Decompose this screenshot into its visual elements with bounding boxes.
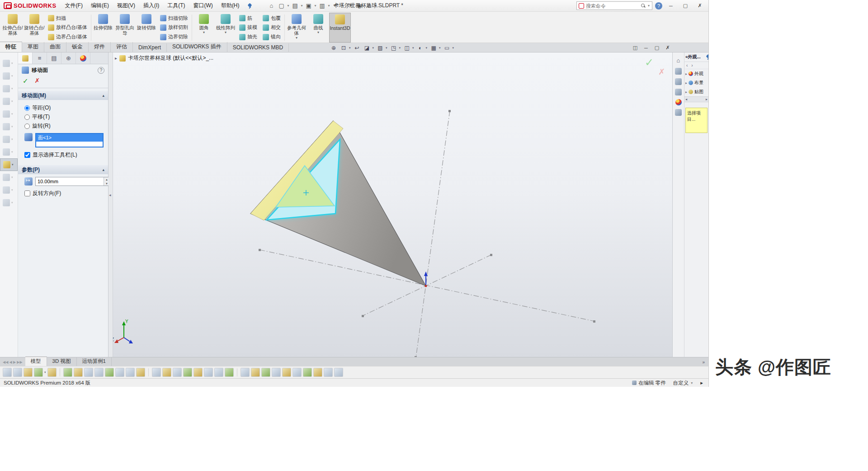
radio-translate-input[interactable] bbox=[24, 114, 30, 120]
chevron-down-icon[interactable]: ▾ bbox=[301, 4, 303, 8]
chevron-down-icon[interactable]: ▾ bbox=[203, 30, 205, 34]
menu-file[interactable]: 文件(F) bbox=[61, 0, 87, 11]
expand-icon[interactable]: ▸ bbox=[685, 72, 687, 76]
flyout-tool-icon[interactable]: ▾ bbox=[0, 184, 18, 196]
sketch-tool-icon[interactable] bbox=[183, 368, 192, 377]
tab-featuremanager[interactable]: ≡ bbox=[33, 52, 47, 64]
sweep-button[interactable]: 扫描 bbox=[48, 15, 87, 22]
reference-geometry-button[interactable]: 参考几何体 ▾ bbox=[286, 13, 307, 43]
flyout-tool-icon[interactable]: ▾ bbox=[0, 120, 18, 133]
flyout-tool-icon[interactable]: ▾ bbox=[0, 70, 18, 82]
ok-button[interactable]: ✓ bbox=[23, 77, 28, 85]
sketch-tool-icon[interactable] bbox=[115, 368, 124, 377]
chevron-down-icon[interactable]: ▾ bbox=[44, 371, 46, 374]
view-palette-icon[interactable] bbox=[675, 89, 682, 95]
sketch-tool-icon[interactable] bbox=[324, 368, 333, 377]
panel-splitter[interactable]: ◂ bbox=[108, 52, 113, 357]
zoom-area-icon[interactable]: ⊡ bbox=[339, 44, 348, 52]
tab-scroll-buttons[interactable]: ◀◀ ◀ ▶ ▶▶ bbox=[2, 360, 25, 366]
splitter-grip-icon[interactable]: ◂ bbox=[109, 193, 111, 197]
chevron-down-icon[interactable]: ▾ bbox=[648, 4, 650, 8]
draft-button[interactable]: 拔模 bbox=[239, 24, 257, 31]
flyout-tool-icon[interactable]: ▾ bbox=[0, 57, 18, 70]
chevron-down-icon[interactable]: ▾ bbox=[386, 46, 387, 50]
sketch-tool-icon[interactable] bbox=[225, 368, 234, 377]
sketch-tool-icon[interactable] bbox=[272, 368, 281, 377]
tab-dimxpert[interactable]: DimXpert bbox=[133, 43, 167, 52]
tab-sketch[interactable]: 草图 bbox=[22, 42, 44, 52]
scroll-left-icon[interactable]: ◂ bbox=[685, 97, 687, 101]
section-view-icon[interactable]: ◪ bbox=[363, 44, 372, 52]
sketch-tool-icon[interactable] bbox=[313, 368, 322, 377]
radio-offset[interactable]: 等距(O) bbox=[24, 104, 104, 112]
back-icon[interactable]: ‹ bbox=[686, 63, 688, 68]
open-icon[interactable]: ▤ bbox=[291, 2, 300, 10]
view-orientation-icon[interactable]: ▧ bbox=[376, 44, 385, 52]
chevron-down-icon[interactable]: ▾ bbox=[426, 46, 428, 50]
tab-configurations[interactable]: ▤ bbox=[47, 52, 61, 64]
minimize-button[interactable]: ─ bbox=[665, 1, 677, 10]
tab-propertymanager[interactable] bbox=[18, 52, 33, 64]
chevron-down-icon[interactable]: ▾ bbox=[328, 4, 330, 8]
split-pane-icon[interactable]: ◫ bbox=[631, 45, 640, 51]
chevron-down-icon[interactable]: ▾ bbox=[315, 4, 316, 8]
home-icon[interactable]: ⌂ bbox=[675, 56, 683, 64]
radio-rotate-input[interactable] bbox=[24, 124, 30, 129]
sketch-tool-icon[interactable] bbox=[84, 368, 93, 377]
sketch-tool-icon[interactable] bbox=[173, 368, 182, 377]
sketch-tool-icon[interactable] bbox=[334, 368, 343, 377]
zoom-fit-icon[interactable]: ⊕ bbox=[329, 44, 338, 52]
flyout-tool-icon[interactable]: ▾ bbox=[0, 82, 18, 95]
select-tool-icon[interactable] bbox=[3, 368, 12, 377]
chevron-down-icon[interactable]: ▾ bbox=[412, 46, 414, 50]
file-explorer-icon[interactable] bbox=[675, 78, 682, 85]
hide-show-items-icon[interactable]: ◫ bbox=[402, 44, 411, 52]
sketch-tool-icon[interactable] bbox=[214, 368, 223, 377]
linear-pattern-button[interactable]: 线性阵列 ▾ bbox=[215, 13, 236, 43]
chevron-down-icon[interactable]: ▾ bbox=[373, 46, 374, 50]
flyout-tool-icon[interactable]: ▾ bbox=[0, 196, 18, 209]
hole-wizard-button[interactable]: 异型孔向导 bbox=[114, 13, 136, 43]
chevron-down-icon[interactable]: ▾ bbox=[349, 46, 351, 50]
radio-offset-input[interactable] bbox=[24, 105, 30, 111]
mirror-button[interactable]: 镜向 bbox=[263, 33, 281, 40]
tab-sw-mbd[interactable]: SOLIDWORKS MBD bbox=[227, 43, 289, 52]
flyout-tool-icon[interactable]: ▾ bbox=[0, 146, 18, 158]
sketch-tool-icon[interactable] bbox=[13, 368, 22, 377]
tab-sw-addins[interactable]: SOLIDWORKS 插件 bbox=[167, 42, 227, 52]
search-icon[interactable] bbox=[641, 4, 646, 8]
rib-button[interactable]: 筋 bbox=[239, 15, 257, 22]
tab-overflow-icon[interactable]: » bbox=[698, 360, 708, 366]
sketch-tool-icon[interactable] bbox=[24, 368, 33, 377]
apply-scene-icon[interactable]: ▦ bbox=[429, 44, 438, 52]
collapse-icon[interactable]: ▴ bbox=[102, 167, 104, 172]
menu-view[interactable]: 视图(V) bbox=[113, 0, 139, 11]
scroll-right-icon[interactable]: ▸ bbox=[706, 97, 708, 101]
sketch-tool-icon[interactable] bbox=[63, 368, 72, 377]
design-library-icon[interactable] bbox=[675, 68, 682, 75]
sketch-tool-icon[interactable] bbox=[126, 368, 135, 377]
sketch-tool-icon[interactable] bbox=[47, 368, 57, 377]
sketch-tool-icon[interactable] bbox=[241, 368, 250, 377]
menu-window[interactable]: 窗口(W) bbox=[189, 0, 217, 11]
sketch-tool-icon[interactable] bbox=[105, 368, 114, 377]
axis-line[interactable] bbox=[416, 111, 450, 357]
help-icon[interactable]: ? bbox=[98, 67, 104, 74]
revolved-boss-button[interactable]: 旋转凸台/基体 bbox=[24, 13, 45, 43]
expand-tree-icon[interactable]: ▸ bbox=[115, 56, 117, 61]
menu-edit[interactable]: 编辑(E) bbox=[87, 0, 113, 11]
sketch-tool-icon[interactable] bbox=[251, 368, 260, 377]
forward-icon[interactable]: › bbox=[691, 63, 693, 68]
fillet-button[interactable]: 圆角 ▾ bbox=[193, 13, 215, 43]
sketch-tool-icon[interactable] bbox=[152, 368, 161, 377]
status-expand-icon[interactable]: ▸ bbox=[700, 380, 703, 386]
tab-surfaces[interactable]: 曲面 bbox=[44, 42, 66, 52]
save-icon[interactable]: ▣ bbox=[304, 2, 313, 10]
sketch-tool-icon[interactable] bbox=[74, 368, 83, 377]
breadcrumb[interactable]: ▸ 卡塔尔世界杯足球 (默认<<默认>_... bbox=[115, 54, 213, 62]
sketch-tool-icon[interactable] bbox=[261, 368, 270, 377]
flyout-tool-icon[interactable]: ▾ bbox=[0, 133, 18, 146]
sketch-tool-icon[interactable] bbox=[303, 368, 312, 377]
confirm-corner-ok-icon[interactable]: ✓ bbox=[645, 56, 654, 69]
new-document-icon[interactable]: ▢ bbox=[277, 2, 286, 10]
